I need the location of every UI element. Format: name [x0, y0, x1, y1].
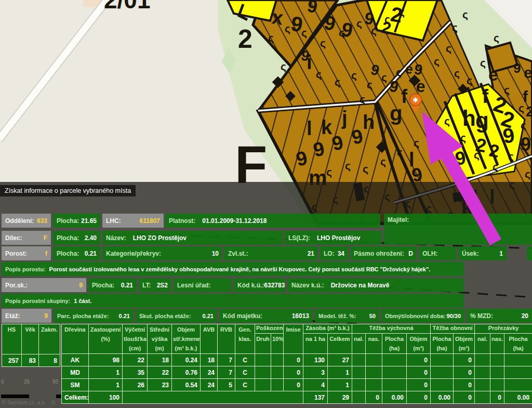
field-oddeleni: Oddělení: 633 — [2, 214, 51, 228]
field-label: Název k.ú.: — [291, 282, 324, 289]
table-cell: Celkem: — [62, 391, 89, 404]
field-label: Lesní úřad: — [177, 282, 211, 289]
field-label: Porost: — [5, 250, 27, 257]
field-obmyti: Obmýtí/obnovní doba: 90/30 — [381, 309, 464, 323]
age-class-symbol: ς — [426, 202, 432, 215]
field-label: Kód k.ú.: — [237, 282, 264, 289]
age-class-symbol: ς — [345, 160, 351, 172]
field-value: f — [45, 250, 47, 257]
table-cell — [475, 391, 490, 404]
table-cell: 0.24 — [172, 354, 201, 366]
column-header: 10% — [271, 334, 284, 354]
field-label: LHC: — [106, 217, 121, 225]
field-pasmo: Pásmo ohrožení: D — [350, 246, 417, 260]
table-cell: 0 — [284, 354, 303, 366]
field-lo: LO: 34 — [320, 246, 348, 260]
map-attribution-2: © — [51, 399, 56, 405]
field-plocha-porost: Plocha: 0.21 — [53, 246, 100, 260]
species-table: Dřevina Zastoupení(%) Výčetnítloušťka(cm… — [61, 324, 532, 404]
map-label: g — [390, 102, 402, 125]
table-cell: 3 — [303, 366, 328, 379]
age-class-symbol: ς — [480, 57, 486, 69]
map-label: m — [309, 166, 327, 189]
table-cell: 257 — [2, 354, 22, 367]
table-cell: 130 — [303, 354, 328, 366]
map-label: l — [307, 117, 312, 139]
age-class-symbol: ς — [446, 42, 451, 55]
table-cell: MD — [62, 366, 89, 379]
field-label: OLH: — [422, 250, 437, 257]
column-header: Plocha(ha) — [504, 334, 532, 354]
field-label: Etáž: — [5, 312, 20, 320]
table-cell: 0 — [454, 354, 475, 366]
field-label: Parc. plocha etáže: — [57, 313, 109, 319]
field-label: Název: — [106, 234, 126, 242]
field-label: Majitel: — [388, 216, 409, 223]
table-cell: 24 — [201, 379, 218, 391]
table-cell: 83 — [22, 354, 39, 367]
age-class-symbol: ς — [493, 161, 498, 173]
field-label: Por.sk.: — [5, 282, 28, 289]
table-cell — [271, 366, 284, 379]
field-label: Popis porostní skupiny: — [5, 298, 70, 304]
table-cell — [504, 379, 532, 391]
table-cell: 1 — [89, 366, 123, 379]
column-header: nas. — [490, 334, 504, 354]
field-platnost: Platnost: 01.01.2009-31.12.2018 — [165, 214, 380, 228]
table-cell: 0.76 — [172, 366, 201, 379]
age-class-symbol: ς — [494, 32, 499, 44]
table-cell: 35 — [123, 366, 148, 379]
table-cell: 0.00 — [382, 391, 407, 404]
table-row: 257 83 8 — [2, 354, 60, 367]
table-cell: 8 — [39, 354, 60, 367]
field-kod-majetku: Kód majetku: 16013 — [219, 309, 313, 323]
age-class-symbol: ς — [460, 131, 466, 144]
column-header: Objem(m³) — [454, 334, 475, 354]
column-header: nas. — [366, 334, 382, 354]
field-parc-plocha: Parc. plocha etáže: 0.21 — [54, 309, 134, 323]
field-value: D — [408, 250, 413, 257]
column-header: Imise — [284, 324, 303, 354]
field-value: 10 — [212, 250, 219, 257]
map-attribution: © Seznam.cz, a.s. — [2, 399, 46, 405]
table-cell: 24 — [201, 366, 218, 379]
field-porost: Porost: f — [2, 246, 51, 260]
field-value: 0.21 — [203, 313, 214, 319]
field-label: Model. těž. %: — [318, 313, 356, 319]
age-class-symbol: ς — [396, 66, 402, 78]
table-cell — [352, 354, 366, 366]
table-cell: 0 — [284, 379, 303, 391]
age-class-symbol: ς — [414, 137, 419, 149]
table-cell: C — [235, 379, 255, 391]
table-cell: 0.54 — [172, 379, 201, 391]
table-cell: 7 — [218, 366, 235, 379]
table-cell: 1 — [328, 366, 352, 379]
age-class-symbol: ς — [509, 178, 515, 191]
table-cell: 0 — [454, 379, 475, 391]
table-cell — [382, 354, 407, 366]
table-cell: 0.00 — [431, 391, 454, 404]
stand-summary-table: HS Věk Zakm. 257 83 8 — [2, 324, 60, 367]
table-cell — [352, 379, 366, 391]
table-cell: 5 — [218, 379, 235, 391]
age-class-symbol: ς — [508, 150, 514, 163]
scale-tick: 50 — [52, 379, 58, 385]
table-cell: 0 — [366, 391, 382, 404]
field-plocha-dilec: Plocha: 2.40 — [53, 231, 100, 245]
column-header: Objem(m³) — [407, 334, 431, 354]
table-cell: C — [235, 354, 255, 366]
field-value: 0.21 — [85, 250, 97, 257]
field-label: Zvl.st.: — [228, 250, 248, 257]
table-cell — [366, 379, 382, 391]
field-value: 9 — [44, 312, 48, 320]
field-lhc: LHC: 611807 — [102, 214, 164, 228]
field-value: 632783 — [264, 282, 285, 289]
table-cell — [382, 379, 407, 391]
field-value: 90/30 — [446, 313, 461, 319]
column-header: Střednívýška(m) — [148, 324, 172, 354]
table-cell: 7 — [218, 354, 235, 366]
map-label: l — [489, 186, 495, 208]
column-header: Gen.klas. — [235, 324, 255, 354]
age-class-symbol: ς — [301, 27, 307, 39]
column-header: AVB — [201, 324, 218, 354]
